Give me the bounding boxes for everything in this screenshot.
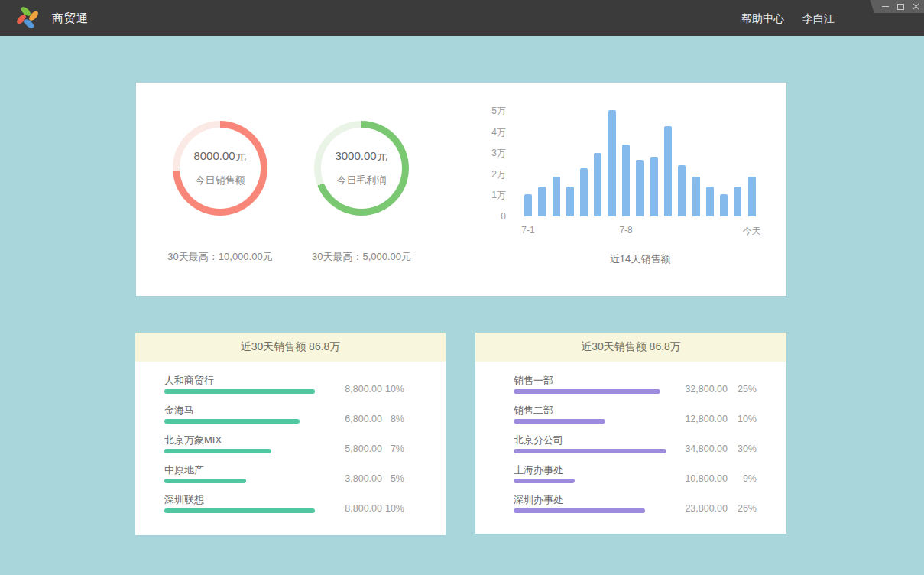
x-tick-label: 7-8 (619, 225, 632, 236)
bar-chart-title: 近14天销售额 (524, 252, 756, 266)
ranking-row-bar (164, 508, 315, 513)
titlebar: 商贸通 帮助中心 李白江 (0, 0, 924, 36)
ranking-row-label: 深圳办事处 (514, 493, 563, 507)
ranking-row: 中原地产3,800.005% (164, 462, 404, 492)
daily-sales-bar (580, 168, 588, 216)
y-tick-label: 5万 (491, 106, 506, 116)
ranking-row-percent: 9% (734, 473, 757, 484)
ranking-row-bar (514, 508, 645, 513)
ranking-row-label: 北京分公司 (514, 434, 563, 447)
daily-sales-bar (622, 145, 630, 216)
y-tick-label: 2万 (491, 169, 506, 180)
y-tick-label: 1万 (491, 190, 506, 200)
window-controls (882, 0, 919, 13)
ranking-row-value: 12,800.00 (685, 414, 728, 424)
ranking-row-label: 深圳联想 (164, 493, 204, 507)
ranking-row-value: 23,800.00 (685, 503, 728, 514)
ranking-row: 深圳办事处23,800.0026% (514, 492, 757, 521)
today-sales-donut-ring: 8000.00元 今日销售额 (173, 121, 267, 216)
app-logo-icon (17, 7, 38, 28)
overview-card: 8000.00元 今日销售额 30天最高：10,000.00元 3000.00元… (136, 83, 786, 296)
ranking-row-value: 10,800.00 (685, 473, 728, 484)
daily-sales-bar (706, 187, 714, 216)
y-tick-label: 0 (501, 211, 506, 222)
daily-sales-bar (524, 194, 532, 216)
ranking-row-value: 3,800.00 (345, 473, 382, 484)
ranking-row-label: 中原地产 (164, 463, 204, 477)
minimize-icon[interactable] (882, 6, 889, 7)
today-profit-donut-center: 3000.00元 今日毛利润 (321, 128, 402, 209)
ranking-row-value: 6,800.00 (345, 414, 382, 424)
ranking-row-bar (514, 419, 605, 424)
ranking-row-percent: 10% (381, 384, 404, 395)
today-profit-30d-max: 30天最高：5,000.00元 (303, 250, 420, 264)
ranking-row-percent: 8% (381, 414, 404, 424)
daily-sales-bar (664, 126, 672, 217)
ranking-row-value: 8,800.00 (345, 503, 382, 514)
ranking-row: 北京分公司34,800.0030% (514, 432, 757, 462)
daily-sales-bar (636, 160, 644, 216)
ranking-row-label: 上海办事处 (514, 463, 563, 477)
daily-sales-bar (678, 165, 686, 217)
ranking-row-label: 销售一部 (514, 374, 553, 388)
customer-ranking-title: 近30天销售额 86.8万 (135, 333, 446, 362)
ranking-row-bar (164, 389, 315, 394)
titlebar-menu: 帮助中心 李白江 (741, 12, 835, 26)
daily-sales-bar (594, 153, 601, 216)
today-profit-donut: 3000.00元 今日毛利润 30天最高：5,000.00元 (303, 121, 420, 264)
ranking-row-bar (164, 479, 246, 483)
ranking-row-bar (514, 389, 660, 394)
ranking-row-percent: 10% (381, 503, 404, 514)
ranking-row-value: 8,800.00 (345, 384, 382, 395)
daily-sales-bar (734, 187, 741, 216)
today-sales-value: 8000.00元 (193, 149, 246, 164)
today-sales-30d-max: 30天最高：10,000.00元 (161, 250, 279, 264)
today-profit-caption: 今日毛利润 (337, 174, 387, 187)
today-sales-donut-center: 8000.00元 今日销售额 (180, 128, 261, 209)
y-tick-label: 4万 (491, 127, 506, 138)
ranking-row-percent: 30% (734, 443, 757, 454)
customer-ranking-list: 人和商贸行8,800.0010%金海马6,800.008%北京万象MIX5,80… (135, 362, 446, 521)
maximize-icon[interactable] (897, 4, 904, 10)
daily-sales-bar (538, 187, 546, 216)
ranking-row-label: 金海马 (164, 404, 194, 417)
ranking-row-percent: 5% (381, 473, 404, 484)
ranking-row-bar (514, 449, 666, 453)
department-ranking-title: 近30天销售额 86.8万 (475, 333, 786, 362)
ranking-row: 北京万象MIX5,800.007% (164, 432, 404, 462)
ranking-row: 深圳联想8,800.0010% (164, 492, 404, 521)
ranking-row: 金海马6,800.008% (164, 402, 404, 432)
ranking-row-percent: 26% (734, 503, 757, 514)
daily-sales-bar (748, 177, 756, 216)
ranking-row: 销售二部12,800.0010% (514, 402, 757, 432)
app-title: 商贸通 (52, 11, 89, 26)
x-tick-label: 今天 (743, 225, 761, 238)
ranking-row-bar (514, 479, 575, 483)
department-ranking-card: 近30天销售额 86.8万 销售一部32,800.0025%销售二部12,800… (475, 333, 786, 534)
ranking-row-value: 5,800.00 (345, 443, 382, 454)
customer-ranking-card: 近30天销售额 86.8万 人和商贸行8,800.0010%金海马6,800.0… (135, 333, 446, 535)
today-profit-value: 3000.00元 (335, 149, 387, 164)
ranking-row: 上海办事处10,800.009% (514, 462, 757, 492)
user-menu[interactable]: 李白江 (802, 12, 835, 26)
x-tick-label: 7-1 (521, 225, 534, 236)
close-icon[interactable] (913, 3, 919, 10)
ranking-row: 销售一部32,800.0025% (514, 372, 757, 402)
bar-chart-bars (524, 102, 756, 216)
department-ranking-list: 销售一部32,800.0025%销售二部12,800.0010%北京分公司34,… (475, 362, 786, 521)
today-profit-donut-ring: 3000.00元 今日毛利润 (314, 121, 409, 216)
daily-sales-bar (720, 194, 728, 216)
help-center-link[interactable]: 帮助中心 (741, 12, 784, 26)
bar-chart-y-axis: 01万2万3万4万5万 (472, 83, 506, 296)
daily-sales-bar (650, 157, 658, 217)
ranking-row-label: 人和商贸行 (164, 374, 214, 388)
ranking-row-label: 北京万象MIX (164, 434, 222, 447)
ranking-row-percent: 7% (381, 443, 404, 454)
ranking-row-bar (164, 419, 300, 424)
today-sales-donut: 8000.00元 今日销售额 30天最高：10,000.00元 (161, 121, 279, 264)
ranking-row: 人和商贸行8,800.0010% (164, 372, 404, 402)
daily-sales-bar (553, 177, 560, 216)
ranking-row-bar (164, 449, 271, 453)
ranking-row-value: 34,800.00 (685, 443, 728, 454)
daily-sales-bar (608, 110, 616, 216)
